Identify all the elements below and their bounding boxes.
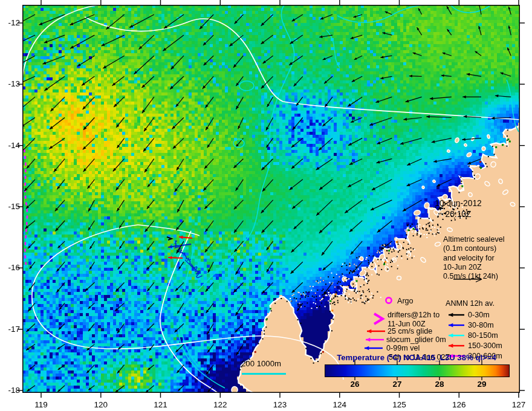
x-axis-label-121: 121 — [154, 401, 167, 409]
velocity-arrow-head — [16, 41, 20, 44]
colorbar-title: Temperature (°C) NOAA15_L3U 38% ql>=4 — [319, 353, 514, 362]
x-axis-label-125: 125 — [392, 401, 406, 409]
glide-legend-label: 25 cm/s glide — [388, 327, 432, 336]
colorbar-gradient — [325, 364, 510, 377]
colorbar-tick-label-29: 29 — [477, 380, 486, 389]
y-axis-label--14: -14 — [0, 141, 20, 150]
x-axis-label-127: 127 — [512, 401, 526, 409]
y-axis-label--18: -18 — [0, 386, 20, 395]
anmn-item-30-80m: 30-80m — [468, 321, 494, 330]
x-axis-label-119: 119 — [34, 401, 48, 409]
anmn-item-80-150m: 80-150m — [468, 331, 498, 340]
observation-datetime: 10-Jun-2012 20:10Z — [421, 198, 495, 219]
altimetric-note-line: and velocity for — [443, 254, 504, 263]
y-axis-label--17: -17 — [0, 325, 20, 334]
velocity-arrow-head — [18, 108, 21, 111]
altimetric-note-line: 0.5m/s (1kt 24h) — [443, 272, 504, 281]
altimetric-note-line: (0.1m contours) — [443, 244, 504, 253]
colorbar-tick-label-26: 26 — [350, 380, 359, 389]
colorbar-tick-label-28: 28 — [435, 380, 444, 389]
vel-legend-label: 0-99m vel — [386, 344, 420, 353]
observation-time: 20:10Z — [421, 209, 495, 220]
altimetric-note: Altimetric sealevel (0.1m contours) and … — [443, 235, 504, 281]
y-axis-label--15: -15 — [0, 202, 20, 211]
x-axis-label-126: 126 — [452, 401, 466, 409]
x-axis-label-122: 122 — [213, 401, 227, 409]
bathy-scalebar-label: 200 1000m — [241, 359, 281, 368]
anmn-legend-title: ANMN 12h av. — [446, 299, 495, 308]
sst-map-page: { "date_block": { "date": "10-Jun-2012",… — [0, 0, 532, 411]
x-axis-label-123: 123 — [273, 401, 287, 409]
anmn-item-0-30m: 0-30m — [468, 311, 490, 320]
y-axis-label--16: -16 — [0, 264, 20, 272]
drifters-legend-label: drifters@12h to 11-Jun 00Z — [388, 311, 440, 328]
altimetric-note-line: Altimetric sealevel — [443, 235, 504, 244]
altimetric-note-line: 10-Jun 20Z — [443, 263, 504, 272]
x-axis-label-120: 120 — [94, 401, 108, 409]
y-axis-label--13: -13 — [0, 80, 20, 88]
colorbar-tick-label-27: 27 — [392, 380, 401, 389]
drifters-line1: drifters@12h to — [388, 311, 440, 320]
y-axis-label--12: -12 — [0, 19, 20, 27]
x-axis-label-124: 124 — [333, 401, 347, 409]
anmn-item-150-300m: 150-300m — [468, 341, 502, 351]
bathy-scalebar-line — [242, 373, 286, 375]
observation-date: 10-Jun-2012 — [421, 198, 495, 209]
argo-legend-label: Argo — [397, 297, 414, 306]
slocum-legend-label: slocum_glider 0m — [386, 335, 446, 345]
